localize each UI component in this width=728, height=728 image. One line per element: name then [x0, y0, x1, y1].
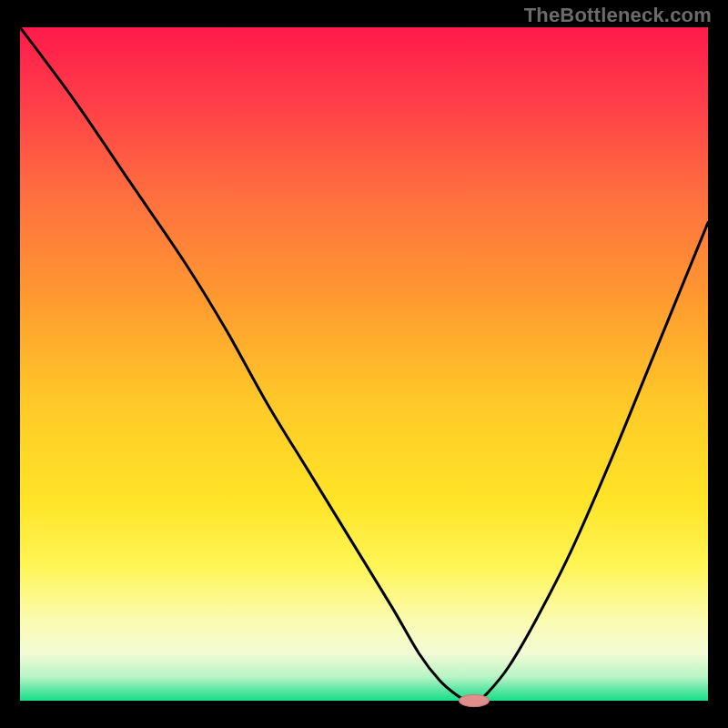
optimal-point-marker: [459, 694, 489, 706]
chart-frame: { "watermark": "TheBottleneck.com", "col…: [0, 0, 728, 728]
bottleneck-chart: [0, 0, 728, 728]
gradient-background: [20, 27, 708, 701]
